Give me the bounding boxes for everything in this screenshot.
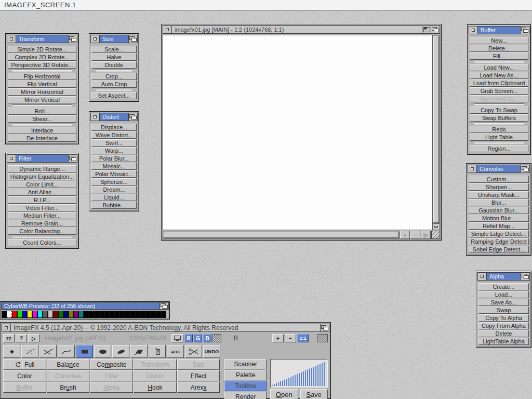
palette-swatch[interactable] <box>110 311 115 318</box>
image-canvas[interactable] <box>163 35 433 230</box>
palette-swatch[interactable] <box>119 311 125 318</box>
depth-gadget-icon[interactable] <box>521 273 529 280</box>
custom-button[interactable]: Custom... <box>469 176 529 183</box>
zoom-gadget-icon[interactable] <box>422 26 431 33</box>
remove-grain-button[interactable]: Remove Grain... <box>8 220 76 227</box>
palette-swatch[interactable] <box>69 311 74 318</box>
gaussian-blur-button[interactable]: Gaussian Blur... <box>469 207 529 214</box>
grid-composite-button[interactable]: Composite <box>90 359 133 370</box>
complex-2d-rotate-button[interactable]: Complex 2D Rotate... <box>8 54 76 61</box>
depth-gadget-icon[interactable] <box>320 324 329 331</box>
zoom-out-button[interactable]: − <box>410 231 420 239</box>
blur-button[interactable]: Blur... <box>469 199 529 206</box>
simple-edge-detect-button[interactable]: Simple Edge Detect... <box>469 230 529 237</box>
depth-gadget-icon[interactable] <box>128 113 137 121</box>
load-from-clipboard-button[interactable]: Load from Clipboard <box>470 79 528 87</box>
pan-button[interactable]: ▷ <box>421 231 431 239</box>
sobel-edge-detect-button[interactable]: Sobel Edge Detect... <box>469 246 529 253</box>
palette-swatch[interactable] <box>84 311 89 318</box>
side-scanner-button[interactable]: Scanner <box>224 359 267 369</box>
palette-swatch[interactable] <box>63 311 69 318</box>
alpha-save-as-button[interactable]: Save As... <box>478 299 529 306</box>
tool-curve-button[interactable] <box>58 345 75 358</box>
crop-button[interactable]: Crop... <box>91 73 137 80</box>
palette-swatch[interactable] <box>156 311 161 318</box>
green-channel-button[interactable]: G <box>194 334 202 342</box>
size-panel-title[interactable]: Size <box>100 35 128 43</box>
palette-swatch[interactable] <box>94 311 99 318</box>
color-balancing-button[interactable]: Color Balancing... <box>8 228 76 235</box>
undo-button[interactable]: UNDO <box>203 345 220 358</box>
vertical-scrollbar[interactable] <box>433 35 440 230</box>
tool-smear-button[interactable] <box>112 345 129 358</box>
pattern-button[interactable] <box>317 334 328 342</box>
depth-gadget-icon[interactable] <box>431 26 440 33</box>
flip-vertical-button[interactable]: Flip Vertical <box>8 81 76 88</box>
load-new-as-button[interactable]: Load New As... <box>470 72 528 79</box>
palette-swatch[interactable] <box>27 311 32 318</box>
zoom-out-button[interactable]: − <box>285 334 296 342</box>
palette-swatch[interactable] <box>151 311 156 318</box>
tool-point-button[interactable] <box>3 345 20 358</box>
copy-from-alpha-button[interactable]: Copy From Alpha <box>478 322 529 329</box>
screen-mode-button[interactable] <box>171 334 183 342</box>
new-button[interactable]: New... <box>470 37 528 44</box>
load-new-button[interactable]: Load New... <box>470 64 528 71</box>
palette-swatch[interactable] <box>43 311 48 318</box>
polar-blur-button[interactable]: Polar Blur... <box>91 155 137 162</box>
palette-swatch[interactable] <box>2 311 7 318</box>
palette-swatch[interactable] <box>125 311 130 318</box>
tool-airbrush-button[interactable] <box>21 345 38 358</box>
palette-swatch[interactable] <box>22 311 28 318</box>
warp-button[interactable]: Warp... <box>91 147 137 154</box>
liquid-button[interactable]: Liquid... <box>91 194 137 201</box>
palette-swatch[interactable] <box>58 311 63 318</box>
dither-pattern-swatch[interactable] <box>212 334 221 342</box>
close-icon[interactable] <box>163 26 172 33</box>
close-icon[interactable] <box>469 26 478 34</box>
palette-swatch[interactable] <box>115 311 120 318</box>
video-filter-button[interactable]: Video Filter... <box>8 204 76 211</box>
save-button[interactable]: Save <box>300 389 328 399</box>
close-icon[interactable] <box>7 155 16 162</box>
depth-gadget-icon[interactable] <box>520 26 529 34</box>
palette-swatch[interactable] <box>37 311 43 318</box>
swirl-button[interactable]: Swirl... <box>91 139 137 147</box>
anti-alias-button[interactable]: Anti Alias... <box>8 189 76 196</box>
filter-panel-title[interactable]: Filter <box>16 155 68 162</box>
region-button[interactable]: Region... <box>470 145 528 152</box>
grid-brush-button[interactable]: Brush <box>47 382 90 393</box>
median-filter-button[interactable]: Median Filter... <box>8 212 76 219</box>
simple-2d-rotate-button[interactable]: Simple 2D Rotate... <box>8 46 76 53</box>
polar-mosaic-button[interactable]: Polar Mosaic... <box>91 170 137 178</box>
ramping-edge-detect-button[interactable]: Ramping Edge Detect <box>469 238 529 245</box>
resize-gadget[interactable] <box>431 231 440 239</box>
grid-arexx-button[interactable]: Arexx <box>177 382 220 393</box>
tool-oval-button[interactable] <box>94 345 111 358</box>
palette-swatch-selected[interactable] <box>7 311 12 318</box>
zoom-in-button[interactable]: + <box>272 334 284 342</box>
convolve-panel-title[interactable]: Convolve <box>477 165 521 172</box>
palette-swatch[interactable] <box>99 311 104 318</box>
mosaic-button[interactable]: Mosaic... <box>91 163 137 170</box>
spherize-button[interactable]: Spherize... <box>91 178 137 185</box>
tool-scissors-button[interactable] <box>185 345 202 358</box>
transform-panel-title[interactable]: Transform <box>16 35 68 43</box>
red-channel-button[interactable]: R <box>184 334 193 342</box>
palette-swatch[interactable] <box>73 311 78 318</box>
alpha-create-button[interactable]: Create... <box>478 283 529 290</box>
palette-swatch[interactable] <box>17 311 22 318</box>
one-to-one-zoom-button[interactable]: 1:1 <box>297 334 309 342</box>
palette-swatch[interactable] <box>130 311 135 318</box>
grab-screen-button[interactable]: Grab Screen... <box>470 87 528 95</box>
fill-button[interactable]: Fill... <box>470 52 528 60</box>
lighttable-alpha-button[interactable]: LightTable Alpha <box>478 338 529 345</box>
roll-button[interactable]: Roll... <box>8 108 76 115</box>
open-button[interactable]: Open <box>270 389 298 399</box>
buffer-panel-title[interactable]: Buffer <box>478 26 520 34</box>
side-palette-button[interactable]: Palette <box>224 370 267 380</box>
grid-balance-button[interactable]: Balance <box>47 359 90 370</box>
zoom-in-button[interactable]: + <box>400 231 410 239</box>
side-toolbox-button[interactable]: Toolbox <box>224 381 267 391</box>
tool-box-button[interactable] <box>76 345 93 358</box>
